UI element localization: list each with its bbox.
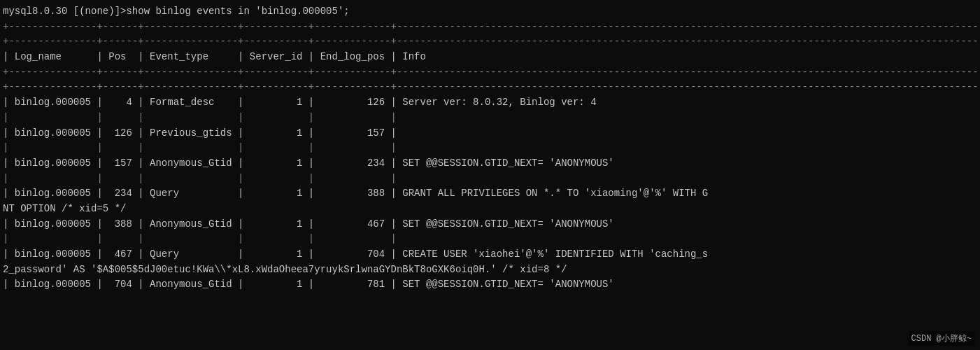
terminal-line: | binlog.000005 | 704 | Anonymous_Gtid |… <box>3 277 977 293</box>
terminal-line: +---------------+------+----------------… <box>3 20 977 35</box>
terminal-line: | binlog.000005 | 4 | Format_desc | 1 | … <box>3 95 977 111</box>
terminal-line: | binlog.000005 | 388 | Anonymous_Gtid |… <box>3 217 977 232</box>
terminal-line: | | | | | | <box>3 141 977 156</box>
terminal-line: mysql8.0.30 [(none)]>show binlog events … <box>3 4 977 20</box>
terminal-line: | binlog.000005 | 234 | Query | 1 | 388 … <box>3 186 977 202</box>
watermark-label: CSDN @小胖鲸~ <box>909 331 974 346</box>
terminal-line: | | | | | | <box>3 111 977 126</box>
terminal-line: 2_password' AS '$A$005$5dJ00etuc!KWa\\*x… <box>3 262 977 278</box>
terminal-line: | | | | | | <box>3 172 977 187</box>
terminal-line: | binlog.000005 | 126 | Previous_gtids |… <box>3 126 977 141</box>
terminal-line: +---------------+------+----------------… <box>3 65 977 80</box>
terminal-line: | Log_name | Pos | Event_type | Server_i… <box>3 50 977 65</box>
terminal-line: +---------------+------+----------------… <box>3 80 977 95</box>
terminal-line: +---------------+------+----------------… <box>3 34 977 50</box>
terminal-line: NT OPTION /* xid=5 */ | <box>3 202 977 217</box>
terminal-line: | binlog.000005 | 467 | Query | 1 | 704 … <box>3 247 977 262</box>
terminal-line: | binlog.000005 | 157 | Anonymous_Gtid |… <box>3 156 977 172</box>
terminal-line: | | | | | | <box>3 232 977 247</box>
terminal: mysql8.0.30 [(none)]>show binlog events … <box>0 0 980 350</box>
